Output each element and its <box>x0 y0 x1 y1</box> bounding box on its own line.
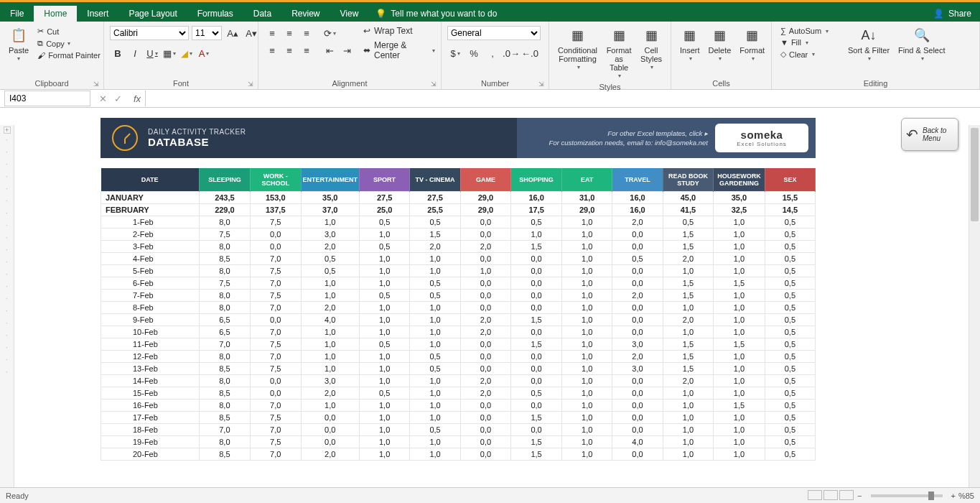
table-row[interactable]: 17-Feb8,57,50,01,01,00,01,51,00,01,01,00… <box>101 412 816 424</box>
col-sleeping[interactable]: SLEEPING <box>199 168 250 192</box>
zoom-level[interactable]: %85 <box>958 492 974 500</box>
font-name-select[interactable]: Calibri <box>110 26 189 40</box>
cancel-formula-icon[interactable]: ✕ <box>99 93 107 104</box>
table-row[interactable]: 16-Feb8,07,01,01,01,00,00,01,00,01,01,50… <box>101 400 816 412</box>
table-row[interactable]: 8-Feb8,07,02,01,01,00,00,01,00,01,01,00,… <box>101 302 816 314</box>
share-button[interactable]: 👤 Share <box>925 6 980 22</box>
paste-button[interactable]: 📋 Paste ▾ <box>6 26 32 64</box>
insert-cells-button[interactable]: ▦Insert <box>677 26 703 64</box>
underline-button[interactable]: U <box>144 46 160 60</box>
font-color-button[interactable]: A <box>196 46 212 60</box>
align-top-icon[interactable]: ≡ <box>264 26 280 40</box>
tab-view[interactable]: View <box>330 6 369 22</box>
col-housework-gardening[interactable]: HOUSEWORK GARDENING <box>714 168 765 192</box>
col-tv-cinema[interactable]: TV - CINEMA <box>410 168 461 192</box>
percent-button[interactable]: % <box>466 46 482 60</box>
decrease-font-icon[interactable]: A▾ <box>243 26 259 40</box>
tab-review[interactable]: Review <box>281 6 330 22</box>
wrap-text-button[interactable]: ↩Wrap Text <box>363 26 435 36</box>
table-row[interactable]: 13-Feb8,57,51,01,00,50,00,01,03,01,51,00… <box>101 363 816 375</box>
tab-page-layout[interactable]: Page Layout <box>118 6 187 22</box>
clipboard-launcher[interactable]: ⇲ <box>93 80 99 88</box>
align-left-icon[interactable]: ≡ <box>264 43 280 57</box>
cut-button[interactable]: ✂Cut <box>34 26 103 37</box>
fill-button[interactable]: ▼Fill <box>778 37 842 47</box>
orientation-button[interactable]: ⟳ <box>322 26 337 40</box>
merge-center-button[interactable]: ⬌Merge & Center <box>363 40 435 60</box>
tab-file[interactable]: File <box>0 6 34 22</box>
align-right-icon[interactable]: ≡ <box>299 43 314 57</box>
someka-logo[interactable]: someka Excel Solutions <box>715 124 808 152</box>
col-entertainment[interactable]: ENTERTAINMENT <box>301 168 359 192</box>
align-middle-icon[interactable]: ≡ <box>281 26 297 40</box>
tab-formulas[interactable]: Formulas <box>187 6 243 22</box>
tell-me[interactable]: 💡 Tell me what you want to do <box>368 6 504 22</box>
back-to-menu-button[interactable]: ↶ Back to Menu <box>901 118 958 151</box>
format-painter-button[interactable]: 🖌Format Painter <box>34 50 103 60</box>
summary-row[interactable]: FEBRUARY229,0137,537,025,025,529,017,529… <box>101 204 816 216</box>
fill-color-button[interactable]: ◢ <box>179 46 195 60</box>
col-date[interactable]: DATE <box>101 168 200 192</box>
table-row[interactable]: 10-Feb6,57,01,01,01,02,00,01,00,01,01,00… <box>101 326 816 338</box>
font-size-select[interactable]: 11 <box>192 26 222 40</box>
table-row[interactable]: 2-Feb7,50,03,01,01,50,01,01,00,01,51,00,… <box>101 229 816 241</box>
conditional-formatting-button[interactable]: ▦Conditional Formatting <box>555 26 600 73</box>
enter-formula-icon[interactable]: ✓ <box>114 93 122 104</box>
alignment-launcher[interactable]: ⇲ <box>431 80 437 88</box>
col-travel[interactable]: TRAVEL <box>612 168 663 192</box>
summary-row[interactable]: JANUARY243,5153,035,027,527,529,016,031,… <box>101 192 816 204</box>
zoom-in-icon[interactable]: + <box>951 492 956 500</box>
sort-filter-button[interactable]: A↓Sort & Filter <box>845 26 892 64</box>
decrease-decimal-icon[interactable]: ←.0 <box>522 46 538 60</box>
col-sport[interactable]: SPORT <box>359 168 409 192</box>
tab-insert[interactable]: Insert <box>77 6 118 22</box>
col-game[interactable]: GAME <box>460 168 510 192</box>
table-row[interactable]: 1-Feb8,07,51,00,50,50,00,51,02,00,51,00,… <box>101 216 816 229</box>
decrease-indent-icon[interactable]: ⇤ <box>322 43 337 57</box>
zoom-slider[interactable] <box>871 494 943 497</box>
name-box[interactable]: I403 <box>4 91 90 106</box>
table-row[interactable]: 9-Feb6,50,04,01,01,02,01,51,00,02,01,00,… <box>101 314 816 326</box>
data-table[interactable]: DATESLEEPINGWORK - SCHOOLENTERTAINMENTSP… <box>101 168 816 461</box>
tab-home[interactable]: Home <box>34 6 77 22</box>
table-row[interactable]: 15-Feb8,50,02,00,51,02,00,51,00,01,01,00… <box>101 387 816 400</box>
autosum-button[interactable]: ∑AutoSum <box>778 26 842 36</box>
tab-data[interactable]: Data <box>243 6 281 22</box>
align-bottom-icon[interactable]: ≡ <box>299 26 314 40</box>
font-launcher[interactable]: ⇲ <box>248 80 253 88</box>
table-row[interactable]: 6-Feb7,57,01,01,00,50,00,01,00,01,51,50,… <box>101 277 816 290</box>
increase-font-icon[interactable]: A▴ <box>225 26 241 40</box>
fx-icon[interactable]: fx <box>129 93 145 104</box>
number-launcher[interactable]: ⇲ <box>538 80 544 88</box>
col-eat[interactable]: EAT <box>562 168 612 192</box>
increase-decimal-icon[interactable]: .0→ <box>503 46 519 60</box>
table-row[interactable]: 5-Feb8,07,50,51,01,01,00,01,00,01,01,00,… <box>101 265 816 277</box>
table-row[interactable]: 19-Feb8,07,50,01,01,00,01,51,04,01,01,00… <box>101 436 816 448</box>
table-row[interactable]: 11-Feb7,07,51,00,51,00,01,51,03,01,51,50… <box>101 338 816 351</box>
col-sex[interactable]: SEX <box>765 168 815 192</box>
format-as-table-button[interactable]: ▦Format as Table <box>603 26 635 81</box>
italic-button[interactable]: I <box>127 46 143 60</box>
col-read-book-study[interactable]: READ BOOK STUDY <box>663 168 713 192</box>
outline-expand-icon[interactable]: + <box>4 126 11 134</box>
col-shopping[interactable]: SHOPPING <box>511 168 562 192</box>
comma-button[interactable]: , <box>485 46 500 60</box>
table-row[interactable]: 18-Feb7,07,00,01,00,50,00,01,00,01,01,00… <box>101 424 816 436</box>
align-center-icon[interactable]: ≡ <box>281 43 297 57</box>
col-work-school[interactable]: WORK - SCHOOL <box>250 168 301 192</box>
border-button[interactable]: ▦ <box>162 46 177 60</box>
view-buttons[interactable] <box>807 490 854 502</box>
outline-gutter[interactable]: + ····· ····· ····· ····· <box>0 125 14 487</box>
table-row[interactable]: 4-Feb8,57,00,51,01,00,00,01,00,52,01,00,… <box>101 253 816 265</box>
cell-styles-button[interactable]: ▦Cell Styles <box>638 26 665 73</box>
table-row[interactable]: 20-Feb8,57,02,01,01,00,01,51,00,01,01,00… <box>101 448 816 461</box>
table-row[interactable]: 7-Feb8,07,51,00,50,50,00,01,02,01,51,00,… <box>101 290 816 302</box>
currency-button[interactable]: $ <box>447 46 463 60</box>
number-format-select[interactable]: General <box>447 26 541 40</box>
vertical-scrollbar[interactable] <box>969 125 980 487</box>
find-select-button[interactable]: 🔍Find & Select <box>895 26 948 64</box>
zoom-out-icon[interactable]: − <box>857 492 862 500</box>
formula-input[interactable] <box>145 91 980 106</box>
table-row[interactable]: 14-Feb8,00,03,01,01,02,00,01,00,02,01,00… <box>101 375 816 387</box>
bold-button[interactable]: B <box>110 46 126 60</box>
